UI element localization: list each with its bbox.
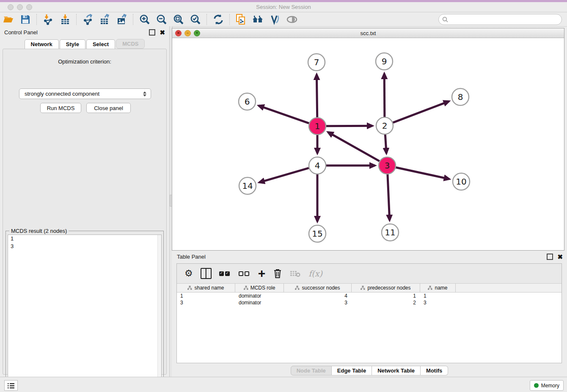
refresh-layout-icon[interactable] bbox=[211, 14, 226, 25]
column-header-MCDS-role[interactable]: MCDS role bbox=[235, 284, 284, 292]
function-builder-icon: f(x) bbox=[308, 269, 322, 278]
edge-1-6[interactable] bbox=[259, 106, 309, 124]
edge-4-14[interactable] bbox=[259, 168, 309, 182]
svg-text:11: 11 bbox=[385, 227, 395, 237]
float-panel-icon[interactable] bbox=[547, 254, 553, 260]
network-window-title: scc.txt bbox=[172, 30, 564, 36]
column-tree-icon bbox=[428, 286, 432, 290]
tab-style[interactable]: Style bbox=[60, 39, 85, 49]
network-canvas[interactable]: 7968124314101511 bbox=[172, 38, 564, 250]
table-cell[interactable]: 1 bbox=[420, 293, 456, 299]
tab-mcds[interactable]: MCDS bbox=[116, 39, 145, 49]
graph-node-10[interactable]: 10 bbox=[453, 173, 470, 190]
float-panel-icon[interactable] bbox=[149, 29, 155, 36]
table-cell[interactable]: 4 bbox=[284, 293, 352, 299]
column-header-name[interactable]: name bbox=[420, 284, 456, 292]
table-cell[interactable]: dominator bbox=[235, 300, 284, 306]
memory-button[interactable]: Memory bbox=[530, 380, 564, 391]
copy-style-icon[interactable] bbox=[234, 14, 248, 25]
optimization-dropdown[interactable]: strongly connected component bbox=[19, 88, 151, 99]
import-network-icon[interactable] bbox=[41, 14, 55, 25]
table-settings-gear-icon[interactable]: ⚙ bbox=[184, 269, 193, 278]
table-cell[interactable]: 2 bbox=[352, 300, 420, 306]
tab-edge-table[interactable]: Edge Table bbox=[332, 366, 372, 375]
graph-node-1[interactable]: 1 bbox=[309, 118, 326, 135]
toggle-styles-icon[interactable] bbox=[268, 14, 282, 25]
close-panel-button[interactable]: Close panel bbox=[86, 103, 131, 113]
close-panel-icon[interactable]: ✖ bbox=[160, 30, 165, 35]
zoom-selected-icon[interactable] bbox=[188, 14, 203, 25]
tab-motifs[interactable]: Motifs bbox=[421, 366, 448, 375]
table-row[interactable]: 1dominator411 bbox=[177, 293, 561, 299]
export-network-icon[interactable] bbox=[81, 14, 95, 25]
edge-1-7[interactable] bbox=[317, 75, 317, 117]
edge-3-10[interactable] bbox=[396, 167, 449, 179]
tab-select[interactable]: Select bbox=[86, 39, 115, 49]
edge-2-3[interactable] bbox=[385, 135, 386, 153]
memory-status-icon bbox=[534, 383, 539, 388]
result-line: 1 bbox=[8, 235, 161, 243]
tab-node-table[interactable]: Node Table bbox=[291, 366, 332, 375]
graph-node-6[interactable]: 6 bbox=[239, 93, 256, 110]
edge-2-9[interactable] bbox=[384, 74, 385, 117]
edge-1-2[interactable] bbox=[326, 126, 372, 126]
deselect-all-columns-icon[interactable] bbox=[239, 271, 250, 276]
graph-node-3[interactable]: 3 bbox=[379, 157, 396, 174]
task-history-button[interactable] bbox=[4, 380, 18, 391]
fx-label: f(x) bbox=[308, 269, 322, 278]
delete-column-icon[interactable] bbox=[273, 268, 282, 279]
edge-3-11[interactable] bbox=[388, 174, 390, 220]
column-header-shared-name[interactable]: shared name bbox=[177, 284, 235, 292]
graph-node-11[interactable]: 11 bbox=[382, 224, 399, 241]
select-all-columns-icon[interactable] bbox=[219, 271, 231, 276]
table-cell[interactable]: 3 bbox=[284, 300, 352, 306]
column-label: successor nodes bbox=[302, 285, 340, 291]
eye-icon[interactable] bbox=[285, 14, 299, 25]
network-graph[interactable]: 7968124314101511 bbox=[172, 38, 564, 250]
import-table-icon[interactable] bbox=[58, 14, 72, 25]
home-network-icon[interactable] bbox=[251, 14, 265, 25]
zoom-fit-icon[interactable] bbox=[171, 14, 186, 25]
column-header-successor-nodes[interactable]: successor nodes bbox=[284, 284, 352, 292]
graph-node-15[interactable]: 15 bbox=[309, 225, 326, 242]
export-table-icon[interactable] bbox=[98, 14, 112, 25]
optimization-label: Optimization criterion: bbox=[3, 58, 166, 65]
graph-node-14[interactable]: 14 bbox=[239, 177, 256, 194]
table-cell[interactable]: 3 bbox=[420, 300, 456, 306]
close-panel-icon[interactable]: ✖ bbox=[557, 254, 563, 259]
export-image-icon[interactable] bbox=[115, 14, 129, 25]
table-row[interactable]: 3dominator323 bbox=[177, 299, 561, 306]
mcds-tab-content: Optimization criterion: strongly connect… bbox=[3, 49, 167, 375]
graph-node-8[interactable]: 8 bbox=[452, 88, 469, 105]
toolbar-separator bbox=[206, 14, 207, 25]
status-bar: Memory bbox=[0, 377, 567, 392]
column-header-predecessor-nodes[interactable]: predecessor nodes bbox=[352, 284, 420, 292]
table-cell[interactable]: 1 bbox=[177, 293, 235, 299]
graph-node-9[interactable]: 9 bbox=[376, 53, 393, 70]
search-input[interactable] bbox=[448, 17, 561, 23]
graph-node-7[interactable]: 7 bbox=[308, 54, 325, 71]
search-icon bbox=[442, 17, 448, 22]
zoom-in-icon[interactable] bbox=[138, 14, 152, 25]
search-field[interactable] bbox=[438, 14, 562, 25]
mcds-result-textarea[interactable]: 13 bbox=[8, 235, 162, 389]
delete-table-icon bbox=[290, 270, 301, 277]
tab-network-table[interactable]: Network Table bbox=[372, 366, 421, 375]
svg-text:8: 8 bbox=[458, 92, 463, 102]
tab-network[interactable]: Network bbox=[25, 39, 59, 49]
add-column-icon[interactable]: + bbox=[258, 268, 266, 279]
edge-3-1[interactable] bbox=[328, 132, 379, 161]
table-cell[interactable]: 1 bbox=[352, 293, 420, 299]
graph-node-2[interactable]: 2 bbox=[376, 117, 393, 134]
open-folder-icon[interactable] bbox=[1, 14, 16, 25]
save-icon[interactable] bbox=[18, 14, 33, 25]
zoom-out-icon[interactable] bbox=[154, 14, 169, 25]
table-cell[interactable]: 3 bbox=[177, 300, 235, 306]
result-scrollbar[interactable] bbox=[157, 235, 161, 389]
graph-node-4[interactable]: 4 bbox=[309, 157, 326, 174]
edge-2-8[interactable] bbox=[393, 101, 449, 122]
network-view-window: ✕ − + scc.txt 7968124314101511 bbox=[172, 28, 564, 251]
show-columns-icon[interactable] bbox=[201, 268, 212, 279]
table-cell[interactable]: dominator bbox=[235, 293, 284, 299]
run-mcds-button[interactable]: Run MCDS bbox=[40, 103, 81, 113]
